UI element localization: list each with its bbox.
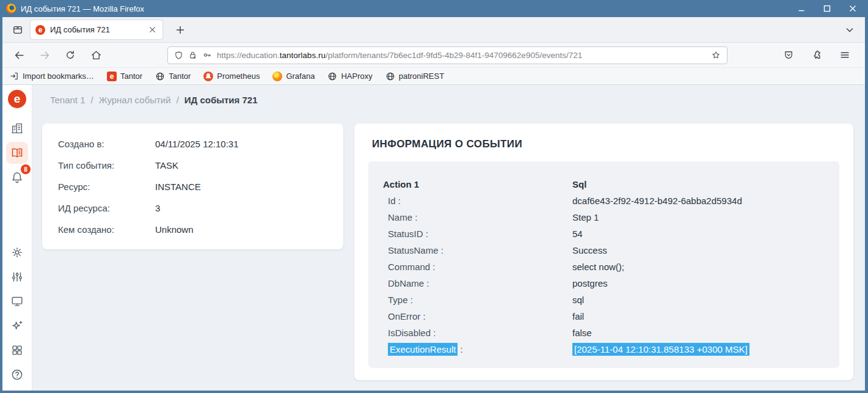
sidebar-item-settings[interactable] bbox=[6, 241, 28, 263]
property-label: ExecutionResult bbox=[388, 343, 458, 356]
property-value: Step 1 bbox=[572, 212, 599, 222]
property-row: Name : Step 1 bbox=[368, 209, 839, 226]
firefox-view-icon[interactable] bbox=[9, 21, 27, 39]
browser-window: ИД события 721 — Mozilla Firefox e ИД со… bbox=[0, 0, 868, 393]
label-colon: : bbox=[424, 278, 429, 288]
action-properties: Id : dcaf6e43-2f92-4912-b492-6abba2d5934… bbox=[368, 193, 839, 358]
browser-tab[interactable]: e ИД события 721 bbox=[31, 20, 162, 39]
pocket-icon[interactable] bbox=[781, 47, 797, 63]
sidebar-item-help[interactable] bbox=[6, 364, 28, 386]
globe-icon bbox=[385, 72, 395, 81]
sidebar-item-apps-grid[interactable] bbox=[6, 339, 28, 361]
breadcrumb-item-tenant[interactable]: Tenant 1 bbox=[50, 95, 86, 105]
bookmark-star-icon[interactable] bbox=[711, 50, 721, 60]
property-label: IsDisabled bbox=[388, 328, 431, 338]
url-bar[interactable]: https://education.tantorlabs.ru/platform… bbox=[167, 46, 728, 64]
close-button[interactable] bbox=[842, 1, 863, 16]
bookmark-tantor-2[interactable]: Tantor bbox=[155, 72, 191, 81]
action-name: Action 1 bbox=[383, 176, 572, 193]
summary-value: Unknown bbox=[155, 219, 194, 240]
label-colon: : bbox=[420, 311, 425, 321]
main-content: Tenant 1 / Журнал событий / ИД события 7… bbox=[32, 85, 865, 391]
summary-label: Создано в: bbox=[58, 133, 155, 155]
summary-row: ИД ресурса: 3 bbox=[58, 197, 327, 219]
property-row: Type : sql bbox=[368, 292, 839, 308]
info-card-title: ИНФОРМАЦИЯ О СОБЫТИИ bbox=[372, 138, 839, 150]
breadcrumb-item-journal[interactable]: Журнал событий bbox=[99, 95, 171, 105]
home-button[interactable] bbox=[88, 47, 104, 63]
sidebar-item-instances-monitor[interactable] bbox=[6, 290, 28, 312]
bookmark-grafana[interactable]: Grafana bbox=[272, 72, 315, 81]
summary-row: Ресурс: INSTANCE bbox=[58, 176, 327, 197]
summary-value: 04/11/2025 12:10:31 bbox=[155, 133, 239, 155]
summary-label: ИД ресурса: bbox=[58, 197, 155, 219]
reload-button[interactable] bbox=[62, 47, 78, 63]
property-row: Command : select now(); bbox=[368, 259, 839, 275]
property-label: DbName bbox=[388, 278, 424, 288]
property-label: Id bbox=[388, 196, 396, 206]
sidebar-item-events-journal[interactable] bbox=[6, 142, 28, 164]
bookmark-prometheus[interactable]: Prometheus bbox=[203, 72, 260, 81]
property-value: [2025-11-04 12:10:31.858133 +0300 MSK] bbox=[572, 343, 749, 356]
property-row: IsDisabled : false bbox=[368, 325, 839, 341]
app-sidebar: e 8 bbox=[2, 85, 32, 391]
tantor-favicon: e bbox=[35, 25, 45, 35]
property-row: StatusName : Success bbox=[368, 242, 839, 259]
breadcrumb: Tenant 1 / Журнал событий / ИД события 7… bbox=[50, 95, 853, 105]
summary-row: Кем создано: Unknown bbox=[58, 219, 327, 240]
forward-button[interactable] bbox=[37, 47, 53, 63]
grafana-icon bbox=[272, 72, 282, 81]
bookmark-import[interactable]: Import bookmarks… bbox=[10, 72, 94, 81]
bookmark-tantor[interactable]: e Tantor bbox=[107, 72, 142, 81]
event-info-card: ИНФОРМАЦИЯ О СОБЫТИИ Action 1 Sql Id : bbox=[354, 123, 853, 380]
property-label: StatusID bbox=[388, 229, 423, 239]
tab-close-icon[interactable] bbox=[147, 24, 158, 35]
tantor-logo[interactable]: e bbox=[8, 90, 26, 108]
new-tab-button[interactable] bbox=[171, 21, 189, 39]
property-label: Type bbox=[388, 295, 408, 305]
sidebar-item-notifications[interactable]: 8 bbox=[6, 166, 28, 188]
label-colon: : bbox=[431, 328, 436, 338]
label-colon: : bbox=[412, 212, 417, 222]
maximize-button[interactable] bbox=[817, 1, 837, 16]
page-viewport: e 8 bbox=[2, 85, 865, 391]
sidebar-item-assistant-sparkle[interactable] bbox=[6, 315, 28, 337]
property-row: Id : dcaf6e43-2f92-4912-b492-6abba2d5934… bbox=[368, 193, 839, 209]
minimize-button[interactable] bbox=[791, 1, 812, 16]
tantor-icon: e bbox=[107, 72, 117, 81]
sidebar-item-tuning-sliders[interactable] bbox=[6, 266, 28, 288]
bookmark-patronirest[interactable]: patroniREST bbox=[385, 72, 444, 81]
bookmark-haproxy[interactable]: HAProxy bbox=[327, 72, 372, 81]
lock-warning-icon[interactable] bbox=[188, 51, 197, 60]
firefox-icon bbox=[6, 4, 16, 13]
import-icon bbox=[10, 72, 19, 81]
back-button[interactable] bbox=[11, 47, 27, 63]
bookmarks-toolbar: Import bookmarks… e Tantor Tantor Promet… bbox=[2, 67, 865, 85]
property-value: false bbox=[572, 328, 592, 338]
list-all-tabs-chevron-icon[interactable] bbox=[841, 21, 859, 39]
breadcrumb-separator: / bbox=[91, 95, 93, 105]
summary-value: TASK bbox=[155, 155, 178, 176]
summary-row: Тип события: TASK bbox=[58, 155, 327, 176]
navigation-toolbar: https://education.tantorlabs.ru/platform… bbox=[2, 43, 865, 67]
tab-title: ИД события 721 bbox=[50, 25, 142, 34]
prometheus-icon bbox=[203, 72, 213, 81]
action-type: Sql bbox=[572, 176, 586, 193]
browser-chrome: e ИД события 721 bbox=[2, 17, 865, 391]
key-icon[interactable] bbox=[202, 50, 212, 60]
sidebar-item-organization[interactable] bbox=[6, 117, 28, 139]
label-colon: : bbox=[408, 295, 413, 305]
summary-value: INSTANCE bbox=[155, 176, 201, 197]
label-colon: : bbox=[423, 229, 428, 239]
summary-row: Создано в: 04/11/2025 12:10:31 bbox=[58, 133, 327, 155]
action-header: Action 1 Sql bbox=[368, 176, 839, 193]
window-title: ИД события 721 — Mozilla Firefox bbox=[21, 4, 144, 13]
menu-hamburger-icon[interactable] bbox=[837, 47, 853, 63]
window-titlebar: ИД события 721 — Mozilla Firefox bbox=[0, 0, 868, 17]
label-colon: : bbox=[430, 262, 435, 272]
tab-strip: e ИД события 721 bbox=[2, 17, 865, 43]
extensions-puzzle-icon[interactable] bbox=[809, 47, 825, 63]
url-text[interactable]: https://education.tantorlabs.ru/platform… bbox=[217, 51, 706, 60]
event-summary-card: Создано в: 04/11/2025 12:10:31 Тип событ… bbox=[42, 123, 343, 249]
shield-icon[interactable] bbox=[174, 51, 183, 60]
